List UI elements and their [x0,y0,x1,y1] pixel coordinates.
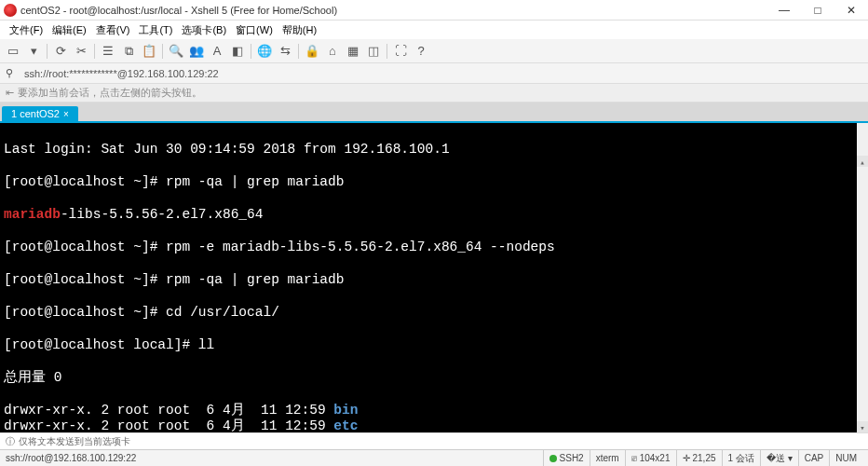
properties-icon[interactable]: ☰ [101,44,115,59]
ls-row: drwxr-xr-x. 2 root root 6 4月 11 12:59 bi… [4,403,864,419]
address-text[interactable]: ssh://root:************@192.168.100.129:… [24,68,219,79]
ls-perm: drwxr-xr-x. 2 root root 6 4月 11 12:59 [4,418,333,432]
status-cap: CAP [798,450,830,466]
cascade-icon[interactable]: ◫ [366,44,381,59]
close-button[interactable]: ✕ [838,4,864,17]
terminal-line: [root@localhost local]# ll [4,337,864,354]
status-sessions: 1 会话 [722,450,760,466]
tabbar: 1 centOS2 × [0,103,868,121]
scroll-down-icon[interactable]: ▾ [857,421,868,432]
status-conn-icon: �送 ▾ [760,450,798,466]
scrollbar-vertical[interactable]: ▴ ▾ [857,123,868,432]
tile-icon[interactable]: ▦ [346,44,360,59]
menu-view[interactable]: 查看(V) [92,23,134,37]
key-icon[interactable]: ⌂ [325,44,340,59]
separator [162,44,163,59]
tab-close-icon[interactable]: × [63,109,69,119]
app-icon [4,4,17,17]
tunnel-icon[interactable]: ⇆ [278,44,292,59]
status-num: NUM [829,450,862,466]
addressbar: ⚲ ssh://root:************@192.168.100.12… [0,63,868,84]
terminal-line: 总用量 0 [4,370,864,387]
separator [47,44,47,59]
window-title: centOS2 - root@localhost:/usr/local - Xs… [20,5,771,16]
menu-help[interactable]: 帮助(H) [278,23,320,37]
tab-label: 1 centOS2 [11,108,60,119]
maximize-button[interactable]: □ [805,4,831,17]
status-pos: ✛ 21,25 [676,450,722,466]
separator [298,44,299,59]
help-icon[interactable]: ? [414,44,428,59]
minimize-button[interactable]: — [771,4,797,17]
terminal-line: Last login: Sat Jun 30 09:14:59 2018 fro… [4,142,864,158]
status-ssh: SSH2 [543,450,590,466]
color-icon[interactable]: ◧ [230,44,245,59]
font-icon[interactable]: A [210,44,224,59]
reconnect-icon[interactable]: ⟳ [53,44,68,59]
statusbar: ssh://root@192.168.100.129:22 SSH2 xterm… [0,449,868,466]
toolbar: ▭ ▾ ⟳ ✂ ☰ ⧉ 📋 🔍 👥 A ◧ 🌐 ⇆ 🔒 ⌂ ▦ ◫ ⛶ ? [0,39,868,63]
hint-text: 要添加当前会话，点击左侧的箭头按钮。 [18,86,202,100]
titlebar: centOS2 - root@localhost:/usr/local - Xs… [0,0,868,21]
paste-icon[interactable]: 📋 [142,44,156,59]
search-icon[interactable]: 🔍 [169,44,183,59]
separator [387,44,387,59]
status-connection: ssh://root@192.168.100.129:22 [6,453,543,463]
hintbar: ⇤ 要添加当前会话，点击左侧的箭头按钮。 [0,84,868,103]
menu-edit[interactable]: 编辑(E) [48,23,90,37]
menubar: 文件(F) 编辑(E) 查看(V) 工具(T) 选项卡(B) 窗口(W) 帮助(… [0,21,868,39]
menu-options[interactable]: 选项卡(B) [178,23,230,37]
globe-icon[interactable]: 🌐 [257,44,272,59]
bottombar: ⓘ 仅将文本发送到当前选项卡 [0,432,868,449]
arrow-left-icon[interactable]: ⇤ [6,87,14,99]
copy-icon[interactable]: ⧉ [121,44,136,59]
info-icon: ⓘ [6,435,15,448]
bottom-hint-text: 仅将文本发送到当前选项卡 [19,435,130,448]
new-session-icon[interactable]: ▭ [6,44,20,59]
link-icon: ⚲ [6,67,19,79]
users-icon[interactable]: 👥 [189,44,204,59]
lock-icon[interactable]: 🔒 [305,44,319,59]
separator [94,44,95,59]
terminal-line: mariadb-libs-5.5.56-2.el7.x86_64 [4,207,864,224]
terminal[interactable]: Last login: Sat Jun 30 09:14:59 2018 fro… [0,121,868,432]
terminal-line: [root@localhost ~]# rpm -qa | grep maria… [4,272,864,289]
separator [251,44,251,59]
menu-file[interactable]: 文件(F) [6,23,47,37]
fullscreen-icon[interactable]: ⛶ [393,44,408,59]
window-controls: — □ ✕ [771,4,864,17]
ls-listing: drwxr-xr-x. 2 root root 6 4月 11 12:59 bi… [4,403,864,433]
disconnect-icon[interactable]: ✂ [74,44,88,59]
scroll-track[interactable] [857,134,868,421]
status-dot-icon [549,455,557,462]
menu-tools[interactable]: 工具(T) [135,23,176,37]
terminal-line: [root@localhost ~]# cd /usr/local/ [4,305,864,322]
menu-window[interactable]: 窗口(W) [232,23,277,37]
ls-dirname: etc [333,418,358,432]
ls-dirname: bin [333,403,358,418]
ls-perm: drwxr-xr-x. 2 root root 6 4月 11 12:59 [4,403,333,418]
ls-row: drwxr-xr-x. 2 root root 6 4月 11 12:59 et… [4,418,864,432]
status-size: ⎚ 104x21 [625,450,676,466]
terminal-line: [root@localhost ~]# rpm -e mariadb-libs-… [4,240,864,256]
folder-icon[interactable]: ▾ [26,44,41,59]
status-term: xterm [590,450,625,466]
terminal-line: [root@localhost ~]# rpm -qa | grep maria… [4,174,864,191]
tab-session-1[interactable]: 1 centOS2 × [2,106,78,121]
